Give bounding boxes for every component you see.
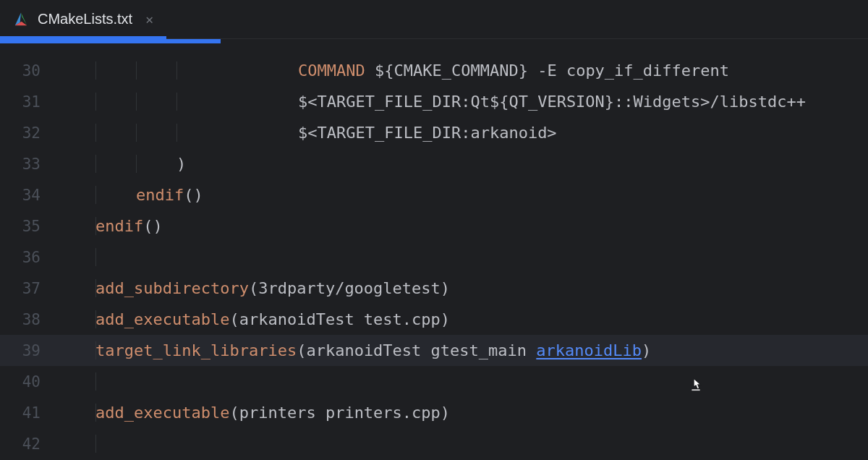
- code-token: add_executable: [95, 310, 229, 328]
- symbol-link[interactable]: arkanoidLib: [536, 341, 642, 359]
- code-line[interactable]: 41add_executable(printers printers.cpp): [0, 397, 868, 428]
- code-token: endif: [95, 217, 143, 235]
- tab-filename: CMakeLists.txt: [38, 11, 132, 27]
- code-content[interactable]: [58, 435, 868, 453]
- code-content[interactable]: endif(): [58, 217, 868, 235]
- editor-tab[interactable]: CMakeLists.txt ✕: [0, 0, 166, 38]
- code-token: CMAKE_COMMAND: [393, 61, 518, 80]
- indent-guide: [95, 435, 96, 453]
- line-number: 42: [0, 435, 58, 453]
- code-token: arkanoidTest test.cpp: [239, 310, 441, 328]
- code-content[interactable]: $<TARGET_FILE_DIR:arkanoid>: [58, 124, 868, 142]
- code-line[interactable]: 42: [0, 428, 868, 459]
- code-token: ): [642, 341, 651, 359]
- indent-guide: [176, 93, 177, 111]
- indent-guide: [136, 93, 137, 111]
- code-content[interactable]: ): [58, 155, 868, 173]
- tab-bar: CMakeLists.txt ✕: [0, 0, 868, 39]
- code-content[interactable]: [58, 248, 868, 266]
- line-number: 31: [0, 93, 58, 111]
- code-content[interactable]: add_executable(printers printers.cpp): [58, 404, 868, 422]
- indent-guide: [95, 248, 96, 266]
- line-number: 38: [0, 311, 58, 328]
- indent-guide: [95, 155, 96, 173]
- code-content[interactable]: endif(): [58, 186, 868, 204]
- line-number: 37: [0, 280, 58, 297]
- code-token: printers printers.cpp: [239, 404, 441, 422]
- indent-guide: [95, 310, 96, 328]
- svg-rect-0: [692, 389, 700, 391]
- code-line[interactable]: 32$<TARGET_FILE_DIR:arkanoid>: [0, 117, 868, 148]
- code-token: (: [249, 279, 258, 297]
- code-token: (: [229, 404, 239, 422]
- code-line[interactable]: 40: [0, 366, 868, 397]
- code-token: (: [297, 341, 306, 359]
- line-number: 35: [0, 218, 58, 235]
- progress-bar: [0, 39, 221, 43]
- code-token: }: [605, 93, 614, 111]
- indent-guide: [95, 279, 96, 297]
- code-token: ${: [490, 93, 509, 111]
- line-number: 36: [0, 249, 58, 266]
- code-token: ::Widgets>/libstdc++: [614, 93, 806, 111]
- cmake-file-icon: [13, 12, 29, 27]
- code-line[interactable]: 31$<TARGET_FILE_DIR:Qt${QT_VERSION}::Wid…: [0, 86, 868, 117]
- line-number: 30: [0, 62, 58, 80]
- line-number: 41: [0, 404, 58, 422]
- code-token: (): [143, 217, 163, 235]
- code-content[interactable]: target_link_libraries(arkanoidTest gtest…: [58, 341, 868, 359]
- code-editor[interactable]: 30COMMAND ${CMAKE_COMMAND} -E copy_if_di…: [0, 39, 868, 459]
- code-line[interactable]: 37add_subdirectory(3rdparty/googletest): [0, 273, 868, 304]
- mouse-cursor-link-icon: [687, 376, 705, 393]
- code-token: }: [519, 61, 528, 80]
- indent-guide: [95, 124, 96, 142]
- code-content[interactable]: $<TARGET_FILE_DIR:Qt${QT_VERSION}::Widge…: [58, 93, 868, 111]
- code-token: $<TARGET_FILE_DIR:arkanoid>: [298, 124, 557, 142]
- indent-guide: [136, 155, 137, 173]
- code-line[interactable]: 38add_executable(arkanoidTest test.cpp): [0, 304, 868, 335]
- code-token: ${: [375, 61, 394, 80]
- indent-guide: [95, 372, 96, 391]
- code-line[interactable]: 33): [0, 148, 868, 179]
- code-content[interactable]: [58, 372, 868, 391]
- code-token: 3rdparty/googletest: [258, 279, 441, 297]
- code-token: (: [229, 310, 239, 328]
- indent-guide: [95, 93, 96, 111]
- line-number: 34: [0, 187, 58, 204]
- code-token: target_link_libraries: [95, 341, 297, 359]
- code-token: add_executable: [95, 404, 229, 422]
- code-token: $<TARGET_FILE_DIR:Qt: [298, 93, 490, 111]
- code-token: endif: [136, 186, 184, 204]
- code-line[interactable]: 34endif(): [0, 179, 868, 210]
- indent-guide: [95, 61, 96, 80]
- line-number: 39: [0, 342, 58, 359]
- code-line[interactable]: 30COMMAND ${CMAKE_COMMAND} -E copy_if_di…: [0, 55, 868, 86]
- code-token: ): [441, 310, 450, 328]
- indent-guide: [176, 124, 177, 142]
- indent-guide: [95, 404, 96, 422]
- code-line[interactable]: 39target_link_libraries(arkanoidTest gte…: [0, 335, 868, 366]
- code-token: (): [184, 186, 203, 204]
- code-token: [365, 61, 375, 80]
- indent-guide: [95, 186, 96, 204]
- indent-guide: [95, 217, 96, 235]
- code-token: ): [441, 279, 450, 297]
- code-token: COMMAND: [298, 61, 365, 80]
- code-token: ): [441, 404, 450, 422]
- indent-guide: [136, 61, 137, 80]
- line-number: 40: [0, 373, 58, 391]
- code-token: ): [176, 155, 186, 173]
- code-content[interactable]: add_executable(arkanoidTest test.cpp): [58, 310, 868, 328]
- code-token: arkanoidTest gtest_main: [306, 341, 536, 359]
- code-content[interactable]: COMMAND ${CMAKE_COMMAND} -E copy_if_diff…: [58, 61, 868, 80]
- line-number: 33: [0, 156, 58, 173]
- line-number: 32: [0, 124, 58, 142]
- code-content[interactable]: add_subdirectory(3rdparty/googletest): [58, 279, 868, 297]
- code-token: -E copy_if_different: [528, 61, 729, 80]
- code-token: add_subdirectory: [95, 279, 249, 297]
- code-token: QT_VERSION: [509, 93, 604, 111]
- code-line[interactable]: 36: [0, 242, 868, 273]
- code-line[interactable]: 35endif(): [0, 210, 868, 242]
- close-icon[interactable]: ✕: [145, 12, 153, 27]
- indent-guide: [136, 124, 137, 142]
